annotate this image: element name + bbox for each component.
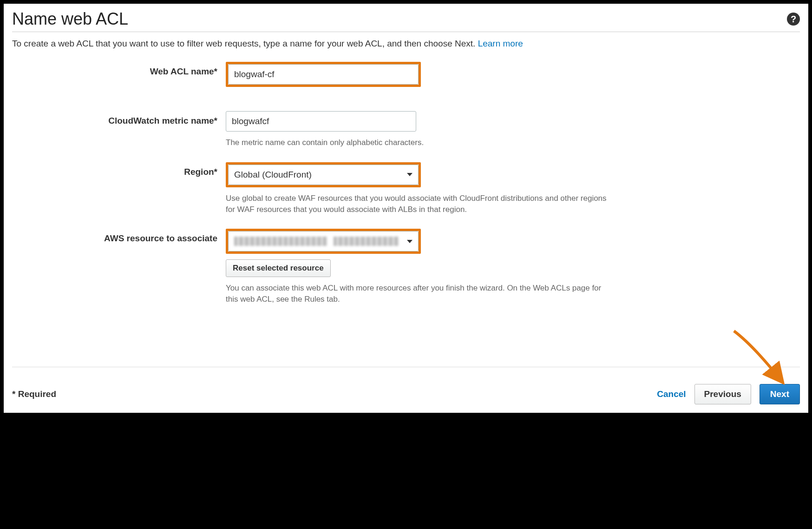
intro-text-body: To create a web ACL that you want to use… xyxy=(12,39,478,48)
cancel-button[interactable]: Cancel xyxy=(657,389,686,399)
help-icon[interactable]: ? xyxy=(787,13,800,26)
resource-select[interactable] xyxy=(228,231,419,251)
resource-help: You can associate this web ACL with more… xyxy=(226,283,607,305)
metric-name-help: The metric name can contain only alphabe… xyxy=(226,137,607,148)
resource-redacted-value xyxy=(234,237,407,246)
previous-button[interactable]: Previous xyxy=(694,384,751,404)
chevron-down-icon xyxy=(407,240,413,243)
reset-resource-button[interactable]: Reset selected resource xyxy=(226,259,331,277)
region-select[interactable]: Global (CloudFront) xyxy=(228,165,419,185)
resource-label: AWS resource to associate xyxy=(12,229,226,244)
highlight-resource xyxy=(226,229,421,254)
required-note: * Required xyxy=(12,389,56,399)
web-acl-name-input[interactable] xyxy=(228,64,419,85)
region-selected-value: Global (CloudFront) xyxy=(234,170,312,180)
chevron-down-icon xyxy=(407,173,413,176)
learn-more-link[interactable]: Learn more xyxy=(478,39,523,48)
metric-name-label: CloudWatch metric name* xyxy=(12,111,226,126)
metric-name-input[interactable] xyxy=(226,111,416,132)
highlight-region: Global (CloudFront) xyxy=(226,162,421,187)
web-acl-name-label: Web ACL name* xyxy=(12,62,226,77)
region-help: Use global to create WAF resources that … xyxy=(226,193,607,215)
next-button[interactable]: Next xyxy=(760,384,800,404)
region-label: Region* xyxy=(12,162,226,177)
highlight-web-acl-name xyxy=(226,62,421,87)
page-title: Name web ACL xyxy=(12,9,128,29)
intro-text: To create a web ACL that you want to use… xyxy=(12,39,800,49)
